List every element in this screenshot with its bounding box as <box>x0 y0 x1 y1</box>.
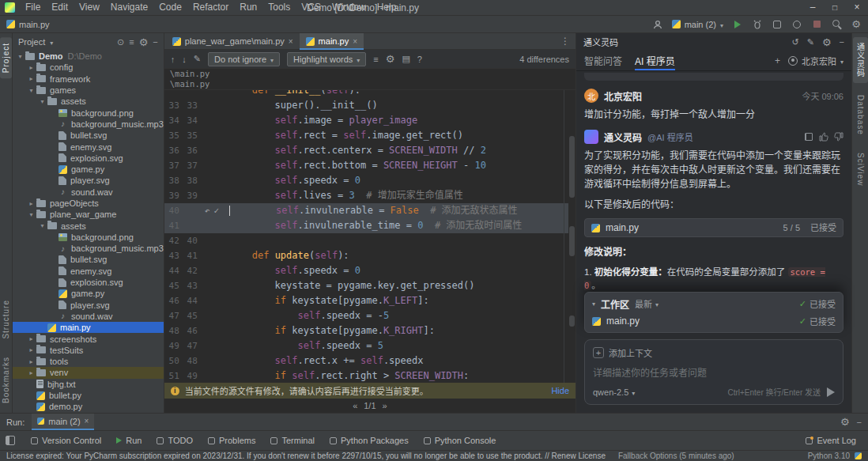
next-diff-icon[interactable]: » <box>383 401 387 410</box>
toolwindow-event-log[interactable]: Event Log <box>799 434 862 447</box>
tree-item-demo[interactable]: DemoD:\Demo <box>13 51 164 62</box>
account-selector[interactable]: 北京宏阳 <box>788 55 843 67</box>
toolwindow-switcher-icon[interactable] <box>6 436 15 445</box>
tree-item-bullet-svg[interactable]: bullet.svg <box>13 254 164 265</box>
stripe-item-sciview[interactable]: SciView <box>855 147 866 191</box>
expand-icon[interactable] <box>27 346 36 353</box>
menu-view[interactable]: View <box>74 0 105 15</box>
more-options-icon[interactable] <box>555 36 576 47</box>
tree-item-tools[interactable]: tools <box>13 356 164 367</box>
close-tab-icon[interactable] <box>85 417 89 425</box>
expand-icon[interactable] <box>27 200 36 207</box>
tree-item-game-py[interactable]: game.py <box>13 288 164 299</box>
hide-notification-link[interactable]: Hide <box>551 386 569 395</box>
code-line[interactable]: 3333 super().__init__() <box>164 98 568 113</box>
menu-tools[interactable]: Tools <box>262 0 296 15</box>
run-settings-icon[interactable] <box>840 416 850 428</box>
panel-settings-icon[interactable] <box>139 36 149 48</box>
tree-item-player-svg[interactable]: player.svg <box>13 175 164 186</box>
filter-dropdown[interactable]: 最新 <box>635 297 659 310</box>
toolwindow-version-control[interactable]: Version Control <box>25 434 108 447</box>
settings-icon[interactable] <box>851 18 862 31</box>
hide-run-panel-icon[interactable] <box>857 418 862 427</box>
python-interpreter-label[interactable]: Python 3.10 <box>808 452 850 460</box>
license-message[interactable]: License expired: Your PyCharm subscripti… <box>6 452 606 460</box>
code-line[interactable]: 3939 self.lives = 3 # 增加玩家生命值属性 <box>164 188 568 203</box>
menu-edit[interactable]: Edit <box>46 0 74 15</box>
collapse-icon[interactable] <box>16 53 25 60</box>
accept-change-icon[interactable] <box>213 206 219 215</box>
coverage-icon[interactable] <box>772 18 783 31</box>
chevron-down-icon[interactable] <box>50 37 53 47</box>
annotate-icon[interactable] <box>402 54 409 64</box>
toolwindow-run[interactable]: Run <box>110 434 148 447</box>
tree-item-testsuits[interactable]: testSuits <box>13 345 164 356</box>
expand-icon[interactable] <box>27 64 36 71</box>
workspace-file-name[interactable]: main.py <box>606 316 640 327</box>
maximize-icon[interactable] <box>824 0 846 15</box>
tree-item-bullet-py[interactable]: bullet.py <box>13 390 164 401</box>
stripe-item-project[interactable]: Project <box>0 37 12 78</box>
tree-item-enemy-svg[interactable]: enemy.svg <box>13 141 164 152</box>
code-line[interactable]: 3838 self.speedx = 0 <box>164 173 568 188</box>
code-editor[interactable]: def __init__(self):3333 super().__init__… <box>164 90 576 383</box>
tree-item-bullet-svg[interactable]: bullet.svg <box>13 130 164 141</box>
expand-icon[interactable] <box>27 358 36 365</box>
menu-refactor[interactable]: Refactor <box>187 0 234 15</box>
new-session-icon[interactable] <box>807 37 814 47</box>
code-line[interactable]: def __init__(self): <box>164 90 568 98</box>
tree-item-main-py[interactable]: main.py <box>13 322 164 333</box>
toolwindow-terminal[interactable]: Terminal <box>264 434 321 447</box>
prev-diff-icon[interactable]: « <box>353 401 357 410</box>
ignore-policy-dropdown[interactable]: Do not ignore <box>208 52 280 66</box>
assistant-tab-qa[interactable]: 智能问答 <box>584 51 622 70</box>
scrollbar-thumb[interactable] <box>569 136 575 198</box>
expand-icon[interactable] <box>27 335 36 342</box>
tree-item-bjhg-txt[interactable]: bjhg.txt <box>13 379 164 390</box>
tree-item-background-music-mp3[interactable]: background_music.mp3 <box>13 243 164 254</box>
toolwindow-todo[interactable]: TODO <box>150 434 199 447</box>
tree-item-explosion-svg[interactable]: explosion.svg <box>13 277 164 288</box>
code-line[interactable]: 4745 self.speedx = -5 <box>164 308 568 323</box>
tree-item-background-png[interactable]: background.png <box>13 232 164 243</box>
collapse-all-icon[interactable] <box>129 37 134 47</box>
tree-item-player-svg[interactable]: player.svg <box>13 300 164 311</box>
debug-icon[interactable] <box>752 18 763 31</box>
hide-assistant-icon[interactable] <box>840 37 844 47</box>
history-icon[interactable] <box>791 37 798 47</box>
collapse-unchanged-icon[interactable] <box>373 55 378 64</box>
expand-icon[interactable] <box>27 369 36 376</box>
run-tab[interactable]: main (2) <box>32 414 94 430</box>
tree-item-config[interactable]: config <box>13 62 164 73</box>
thumbs-up-icon[interactable] <box>819 132 828 142</box>
tree-item-plane-war-game[interactable]: plane_war_game <box>13 209 164 220</box>
help-icon[interactable] <box>417 55 422 64</box>
new-chat-icon[interactable] <box>775 55 780 66</box>
assistant-settings-icon[interactable] <box>822 36 832 48</box>
copy-icon[interactable] <box>804 132 813 142</box>
tree-item-sound-wav[interactable]: sound.wav <box>13 187 164 198</box>
code-line[interactable]: 5149 if self.rect.right > SCREEN_WIDTH: <box>164 368 568 383</box>
toolwindow-python-packages[interactable]: Python Packages <box>323 434 415 447</box>
code-line[interactable]: 3737 self.rect.bottom = SCREEN_HEIGHT - … <box>164 158 568 173</box>
model-selector[interactable]: qwen-2.5 <box>593 387 635 397</box>
collapse-icon[interactable] <box>27 211 36 218</box>
editor-tab-plane-war-game-main-py[interactable]: plane_war_game\main.py <box>166 33 300 49</box>
code-line[interactable]: 5048 self.rect.x += self.speedx <box>164 353 568 368</box>
diff-settings-icon[interactable] <box>386 53 395 65</box>
send-icon[interactable] <box>827 387 835 397</box>
menu-run[interactable]: Run <box>234 0 262 15</box>
stop-icon[interactable] <box>811 18 822 31</box>
project-panel-title[interactable]: Project <box>18 37 45 47</box>
editor-tab-main-py[interactable]: main.py <box>300 33 364 49</box>
close-tab-icon[interactable] <box>289 37 293 46</box>
code-line[interactable]: 40 self.invulnerable = False # 添加无敌状态属性 <box>164 203 568 218</box>
code-line[interactable]: 4543 keystate = pygame.key.get_pressed() <box>164 278 568 293</box>
tree-item-assets[interactable]: assets <box>13 220 164 231</box>
menu-code[interactable]: Code <box>153 0 187 15</box>
highlight-policy-dropdown[interactable]: Highlight words <box>287 52 366 66</box>
menu-navigate[interactable]: Navigate <box>105 0 153 15</box>
collapse-icon[interactable] <box>592 300 595 308</box>
code-line[interactable]: 41 self.invulnerable_time = 0 # 添加无敌时间属性 <box>164 218 568 233</box>
tree-item-assets[interactable]: assets <box>13 96 164 107</box>
